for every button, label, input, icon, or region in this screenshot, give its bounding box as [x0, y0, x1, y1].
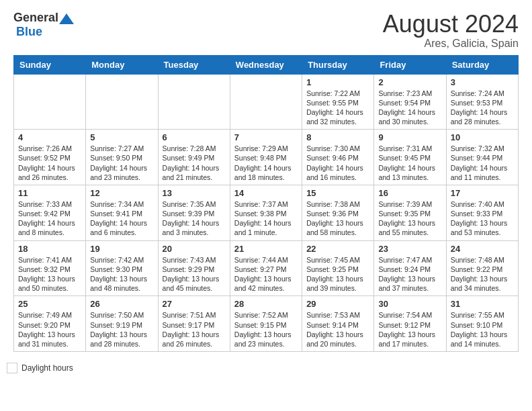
calendar-day: 27Sunrise: 7:51 AM Sunset: 9:17 PM Dayli…	[158, 296, 230, 352]
week-row-3: 11Sunrise: 7:33 AM Sunset: 9:42 PM Dayli…	[14, 185, 519, 240]
day-number: 15	[306, 188, 369, 198]
day-info: Sunrise: 7:27 AM Sunset: 9:50 PM Dayligh…	[90, 144, 153, 182]
logo: General Blue	[13, 11, 75, 39]
logo-text: General Blue	[13, 11, 75, 39]
day-info: Sunrise: 7:53 AM Sunset: 9:14 PM Dayligh…	[306, 310, 369, 349]
day-info: Sunrise: 7:33 AM Sunset: 9:42 PM Dayligh…	[18, 199, 81, 238]
day-number: 17	[451, 188, 514, 198]
col-wednesday: Wednesday	[230, 55, 302, 74]
day-info: Sunrise: 7:38 AM Sunset: 9:36 PM Dayligh…	[306, 199, 369, 238]
day-number: 9	[378, 132, 441, 142]
day-info: Sunrise: 7:26 AM Sunset: 9:52 PM Dayligh…	[18, 144, 81, 182]
day-number: 23	[378, 244, 441, 254]
day-number: 22	[306, 244, 369, 254]
day-info: Sunrise: 7:24 AM Sunset: 9:53 PM Dayligh…	[451, 89, 514, 127]
day-number: 25	[18, 299, 81, 309]
calendar-day: 20Sunrise: 7:43 AM Sunset: 9:29 PM Dayli…	[158, 240, 230, 296]
calendar-wrapper: Sunday Monday Tuesday Wednesday Thursday…	[0, 55, 532, 359]
day-info: Sunrise: 7:44 AM Sunset: 9:27 PM Dayligh…	[234, 255, 298, 293]
svg-marker-0	[59, 13, 74, 24]
calendar-day: 16Sunrise: 7:39 AM Sunset: 9:35 PM Dayli…	[374, 185, 446, 240]
day-info: Sunrise: 7:47 AM Sunset: 9:24 PM Dayligh…	[378, 255, 441, 293]
calendar-day: 21Sunrise: 7:44 AM Sunset: 9:27 PM Dayli…	[230, 240, 302, 296]
day-number: 10	[451, 132, 514, 142]
day-number: 13	[163, 188, 226, 198]
calendar-day: 30Sunrise: 7:54 AM Sunset: 9:12 PM Dayli…	[374, 296, 446, 352]
day-number: 31	[451, 299, 514, 309]
day-number: 12	[90, 188, 153, 198]
calendar-day: 18Sunrise: 7:41 AM Sunset: 9:32 PM Dayli…	[14, 240, 86, 296]
calendar-day: 12Sunrise: 7:34 AM Sunset: 9:41 PM Dayli…	[86, 185, 158, 240]
week-row-2: 4Sunrise: 7:26 AM Sunset: 9:52 PM Daylig…	[14, 130, 519, 185]
calendar-day: 22Sunrise: 7:45 AM Sunset: 9:25 PM Dayli…	[302, 240, 374, 296]
day-number: 2	[378, 77, 441, 87]
day-info: Sunrise: 7:52 AM Sunset: 9:15 PM Dayligh…	[234, 310, 298, 349]
legend-box	[7, 363, 17, 373]
legend: Daylight hours	[0, 359, 532, 377]
day-info: Sunrise: 7:34 AM Sunset: 9:41 PM Dayligh…	[90, 199, 153, 238]
calendar-day: 7Sunrise: 7:29 AM Sunset: 9:48 PM Daylig…	[230, 130, 302, 185]
day-number: 16	[378, 188, 441, 198]
day-info: Sunrise: 7:51 AM Sunset: 9:17 PM Dayligh…	[163, 310, 226, 349]
calendar-day: 14Sunrise: 7:37 AM Sunset: 9:38 PM Dayli…	[230, 185, 302, 240]
day-number: 30	[378, 299, 441, 309]
day-number: 14	[234, 188, 298, 198]
day-info: Sunrise: 7:39 AM Sunset: 9:35 PM Dayligh…	[378, 199, 441, 238]
day-number: 3	[451, 77, 514, 87]
calendar-day	[14, 74, 86, 130]
calendar-day: 8Sunrise: 7:30 AM Sunset: 9:46 PM Daylig…	[302, 130, 374, 185]
calendar-day: 3Sunrise: 7:24 AM Sunset: 9:53 PM Daylig…	[446, 74, 518, 130]
day-info: Sunrise: 7:42 AM Sunset: 9:30 PM Dayligh…	[90, 255, 153, 293]
day-number: 6	[163, 132, 226, 142]
day-number: 29	[306, 299, 369, 309]
day-info: Sunrise: 7:48 AM Sunset: 9:22 PM Dayligh…	[451, 255, 514, 293]
col-tuesday: Tuesday	[158, 55, 230, 74]
day-number: 1	[306, 77, 369, 87]
day-info: Sunrise: 7:54 AM Sunset: 9:12 PM Dayligh…	[378, 310, 441, 349]
day-number: 26	[90, 299, 153, 309]
calendar-day: 2Sunrise: 7:23 AM Sunset: 9:54 PM Daylig…	[374, 74, 446, 130]
calendar-day: 1Sunrise: 7:22 AM Sunset: 9:55 PM Daylig…	[302, 74, 374, 130]
calendar-day: 29Sunrise: 7:53 AM Sunset: 9:14 PM Dayli…	[302, 296, 374, 352]
week-row-1: 1Sunrise: 7:22 AM Sunset: 9:55 PM Daylig…	[14, 74, 519, 130]
calendar-header-row: Sunday Monday Tuesday Wednesday Thursday…	[14, 55, 519, 74]
col-friday: Friday	[374, 55, 446, 74]
day-number: 28	[234, 299, 298, 309]
logo-icon	[59, 13, 74, 24]
day-info: Sunrise: 7:41 AM Sunset: 9:32 PM Dayligh…	[18, 255, 81, 293]
day-number: 19	[90, 244, 153, 254]
calendar-day: 17Sunrise: 7:40 AM Sunset: 9:33 PM Dayli…	[446, 185, 518, 240]
logo-blue: Blue	[16, 25, 42, 38]
day-info: Sunrise: 7:49 AM Sunset: 9:20 PM Dayligh…	[18, 310, 81, 349]
day-info: Sunrise: 7:29 AM Sunset: 9:48 PM Dayligh…	[234, 144, 298, 182]
day-number: 5	[90, 132, 153, 142]
day-number: 27	[163, 299, 226, 309]
day-info: Sunrise: 7:32 AM Sunset: 9:44 PM Dayligh…	[451, 144, 514, 182]
col-monday: Monday	[86, 55, 158, 74]
calendar-day: 28Sunrise: 7:52 AM Sunset: 9:15 PM Dayli…	[230, 296, 302, 352]
day-number: 8	[306, 132, 369, 142]
calendar-day: 10Sunrise: 7:32 AM Sunset: 9:44 PM Dayli…	[446, 130, 518, 185]
day-info: Sunrise: 7:37 AM Sunset: 9:38 PM Dayligh…	[234, 199, 298, 238]
day-info: Sunrise: 7:50 AM Sunset: 9:19 PM Dayligh…	[90, 310, 153, 349]
day-number: 4	[18, 132, 81, 142]
day-info: Sunrise: 7:28 AM Sunset: 9:49 PM Dayligh…	[163, 144, 226, 182]
calendar-day: 15Sunrise: 7:38 AM Sunset: 9:36 PM Dayli…	[302, 185, 374, 240]
calendar-day: 25Sunrise: 7:49 AM Sunset: 9:20 PM Dayli…	[14, 296, 86, 352]
legend-label: Daylight hours	[21, 363, 73, 373]
calendar-day	[230, 74, 302, 130]
calendar-day: 6Sunrise: 7:28 AM Sunset: 9:49 PM Daylig…	[158, 130, 230, 185]
location-subtitle: Ares, Galicia, Spain	[383, 38, 519, 50]
col-thursday: Thursday	[302, 55, 374, 74]
day-info: Sunrise: 7:35 AM Sunset: 9:39 PM Dayligh…	[163, 199, 226, 238]
day-number: 21	[234, 244, 298, 254]
calendar-day: 13Sunrise: 7:35 AM Sunset: 9:39 PM Dayli…	[158, 185, 230, 240]
calendar-day: 31Sunrise: 7:55 AM Sunset: 9:10 PM Dayli…	[446, 296, 518, 352]
title-block: August 2024 Ares, Galicia, Spain	[383, 11, 519, 50]
logo-general: General	[13, 11, 58, 24]
day-number: 24	[451, 244, 514, 254]
calendar-table: Sunday Monday Tuesday Wednesday Thursday…	[13, 55, 519, 352]
day-number: 7	[234, 132, 298, 142]
calendar-day: 19Sunrise: 7:42 AM Sunset: 9:30 PM Dayli…	[86, 240, 158, 296]
week-row-5: 25Sunrise: 7:49 AM Sunset: 9:20 PM Dayli…	[14, 296, 519, 352]
